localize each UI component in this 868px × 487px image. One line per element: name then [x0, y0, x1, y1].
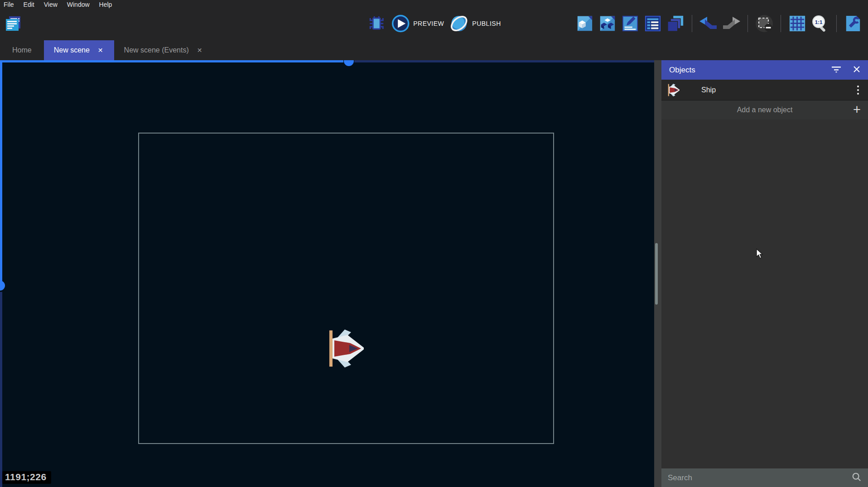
- object-row-ship[interactable]: Ship: [661, 80, 868, 100]
- cursor-coordinates-readout: 1191;226: [2, 471, 51, 484]
- menu-view[interactable]: View: [44, 1, 58, 8]
- wrench-icon: [844, 15, 862, 32]
- menu-file[interactable]: File: [4, 1, 14, 8]
- tab-close-icon[interactable]: ✕: [97, 46, 104, 54]
- properties-pencil-icon: [622, 15, 639, 32]
- redo-arrow-icon: [722, 17, 740, 30]
- tab-bar: Home New scene ✕ New scene (Events) ✕: [0, 38, 868, 60]
- vertical-scrollbar-track: [0, 60, 2, 281]
- menu-window[interactable]: Window: [67, 1, 90, 8]
- debug-button[interactable]: [367, 14, 386, 33]
- scene-canvas[interactable]: 1191;226: [0, 60, 654, 487]
- tab-home[interactable]: Home: [0, 40, 44, 60]
- layers-button[interactable]: [666, 14, 685, 33]
- debug-bug-icon: [367, 14, 386, 33]
- horizontal-scrollbar-thumb[interactable]: [344, 60, 354, 66]
- deselect-all-button[interactable]: [755, 14, 774, 33]
- toolbar-divider: [836, 15, 837, 32]
- toolbar-center-group: PREVIEW PUBLISH: [367, 9, 501, 38]
- canvas-scrollbar-thumb[interactable]: [655, 243, 658, 305]
- horizontal-scrollbar-track: [354, 60, 654, 62]
- menu-bar: File Edit View Window Help: [0, 0, 868, 9]
- toggle-grid-button[interactable]: [788, 14, 807, 33]
- preview-label: PREVIEW: [413, 20, 444, 27]
- tab-label: New scene: [54, 46, 90, 54]
- objects-panel: Objects: [661, 60, 868, 487]
- zoom-1-1-icon: 1:1: [811, 14, 829, 33]
- preview-play-icon: [391, 14, 410, 33]
- close-panel-icon[interactable]: [853, 66, 860, 75]
- menu-edit[interactable]: Edit: [24, 1, 34, 8]
- deselect-icon: [755, 14, 773, 33]
- properties-button[interactable]: [621, 14, 640, 33]
- grid-icon: [789, 15, 806, 32]
- pane-resize-divider[interactable]: [654, 60, 661, 487]
- add-new-object-button[interactable]: Add a new object +: [661, 100, 868, 119]
- preview-button[interactable]: PREVIEW: [391, 14, 444, 33]
- scene-bounds-rectangle: [138, 133, 554, 444]
- tab-label: Home: [12, 46, 32, 54]
- instances-list-icon: [644, 15, 661, 32]
- undo-arrow-icon: [699, 17, 718, 30]
- ship-thumbnail-icon: [668, 84, 680, 96]
- object-options-kebab-icon[interactable]: [854, 84, 862, 96]
- tab-new-scene[interactable]: New scene ✕: [44, 40, 114, 60]
- project-manager-icon: [4, 14, 22, 33]
- objects-search-bar: [661, 468, 868, 487]
- plus-icon[interactable]: +: [853, 102, 861, 117]
- add-object-label: Add a new object: [737, 106, 793, 114]
- redo-button[interactable]: [722, 14, 741, 33]
- toolbar-divider: [747, 15, 748, 32]
- layers-icon: [667, 15, 684, 32]
- publish-label: PUBLISH: [472, 20, 501, 27]
- svg-text:1:1: 1:1: [815, 19, 823, 25]
- toolbar: PREVIEW PUBLISH: [0, 9, 868, 38]
- filter-icon[interactable]: [831, 66, 841, 75]
- vertical-scrollbar-track: [0, 292, 2, 487]
- undo-button[interactable]: [699, 14, 718, 33]
- search-icon: [852, 472, 862, 484]
- object-name-label: Ship: [701, 86, 854, 94]
- tab-close-icon[interactable]: ✕: [196, 46, 203, 54]
- horizontal-scrollbar-track: [0, 60, 343, 62]
- instances-list-button[interactable]: [643, 14, 662, 33]
- vertical-scrollbar-thumb[interactable]: [0, 281, 5, 291]
- project-manager-button[interactable]: [4, 14, 23, 33]
- menu-help[interactable]: Help: [99, 1, 112, 8]
- objects-panel-header: Objects: [661, 60, 868, 80]
- toolbar-right-group: 1:1: [575, 14, 864, 33]
- publish-globe-icon: [449, 14, 468, 33]
- objects-panel-empty-space: [661, 119, 868, 468]
- objects-panel-title: Objects: [669, 66, 820, 75]
- publish-button[interactable]: PUBLISH: [449, 14, 501, 33]
- toolbar-divider: [781, 15, 781, 32]
- objects-search-input[interactable]: [668, 473, 847, 482]
- main-area: 1191;226 Objects: [0, 60, 868, 487]
- object-cube-icon: [576, 15, 593, 32]
- tab-label: New scene (Events): [124, 46, 189, 54]
- object-groups-icon: [599, 15, 616, 32]
- toolbar-divider: [692, 15, 692, 32]
- objects-panel-button[interactable]: [575, 14, 594, 33]
- editor-settings-button[interactable]: [844, 14, 863, 33]
- zoom-original-button[interactable]: 1:1: [810, 14, 829, 33]
- object-groups-button[interactable]: [598, 14, 617, 33]
- ship-object-instance[interactable]: [329, 329, 366, 368]
- tab-new-scene-events[interactable]: New scene (Events) ✕: [114, 40, 213, 60]
